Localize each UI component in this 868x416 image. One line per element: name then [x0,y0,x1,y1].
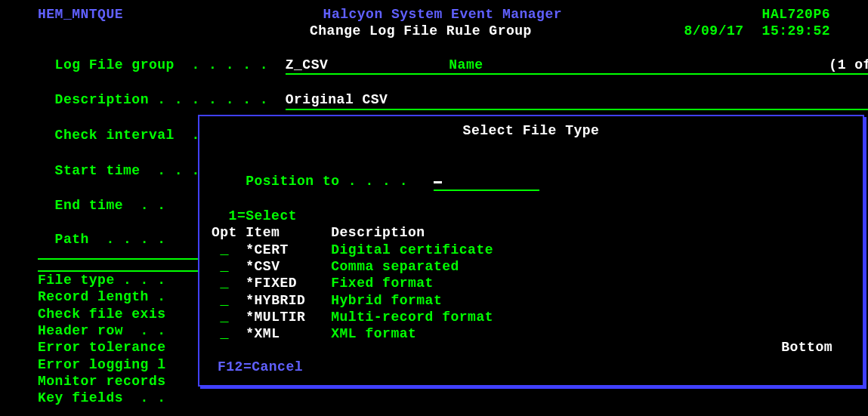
desc-2: Fixed format [331,276,434,291]
error-tolerance-label: Error tolerance [38,340,166,355]
check-file-exists-label: Check file exis [38,307,166,322]
item-2: *FIXED [246,276,297,291]
end-time-label: End time . . [55,198,166,213]
opt-input-4[interactable] [220,310,228,325]
log-file-group-label: Log File group . . . . . [55,57,269,72]
desc-1: Comma separated [331,259,459,274]
select-file-type-popup: Select File Type Position to . . . . 1=S… [198,115,864,387]
program-id-left: HEM_MNTQUE [38,6,123,23]
monitor-records-label: Monitor records [38,374,166,389]
desc-4: Multi-record format [331,310,493,325]
item-5: *XML [246,326,280,341]
opt-input-1[interactable] [220,259,228,274]
path-label: Path . . . . [55,232,166,247]
popup-title: Select File Type [212,122,851,139]
desc-3: Hybrid format [331,293,442,308]
item-4: *MULTIR [246,310,305,325]
desc-5: XML format [331,326,416,341]
key-fields-label: Key fields . . [38,390,166,405]
opt-input-0[interactable] [220,242,228,257]
desc-0: Digital certificate [331,242,493,257]
record-length-label: Record length . [38,289,166,304]
screen-subtitle: Change Log File Rule Group [310,23,532,39]
file-type-label: File type . . . [38,273,166,288]
position-to-label: Position to . . . . [246,174,408,189]
item-3: *HYBRID [246,293,305,308]
app-title: Halcyon System Event Manager [323,6,562,23]
description-value[interactable]: Original CSV [286,92,388,107]
name-label: Name [449,57,483,73]
opt-input-5[interactable] [220,326,228,341]
item-0: *CERT [246,242,289,257]
popup-bottom-indicator: Bottom [781,340,832,355]
description-label: Description . . . . . . . [55,92,269,107]
date: 8/09/17 [684,23,743,39]
position-to-input[interactable] [434,173,539,191]
option-hint: 1=Select [229,208,297,223]
opt-input-3[interactable] [220,293,228,308]
header-row-label: Header row . . [38,323,166,338]
col-opt: Opt [212,225,237,240]
log-file-group-value[interactable]: Z_CSV [286,57,329,73]
item-1: *CSV [246,259,280,274]
opt-input-2[interactable] [220,276,228,291]
page-indicator: (1 of 2) [829,57,868,73]
error-logging-label: Error logging l [38,357,166,372]
time: 15:29:52 [762,23,830,39]
col-desc: Description [331,225,425,240]
f12-cancel[interactable]: F12=Cancel [218,359,303,374]
col-item: Item [246,225,280,240]
program-id-right: HAL720P6 [762,6,830,23]
